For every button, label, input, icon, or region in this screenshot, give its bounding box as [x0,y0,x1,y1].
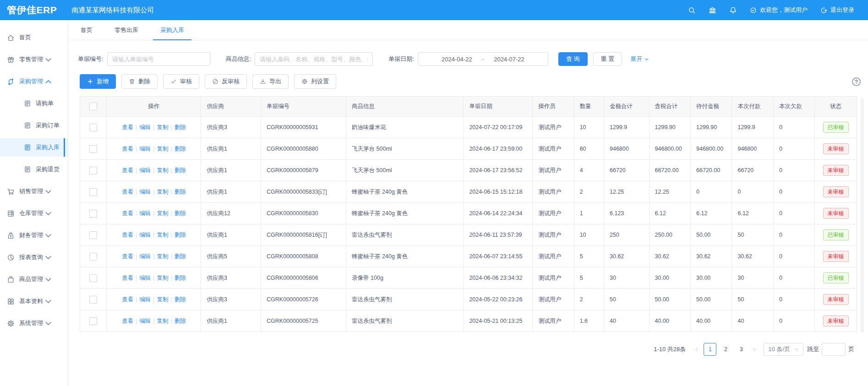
cell-tax_total: 30.62 [649,246,690,267]
row-checkbox[interactable] [89,145,97,153]
logout-button[interactable]: 退出登录 [820,6,854,14]
row-checkbox[interactable] [89,210,97,217]
sidebar-item-finance-mgmt[interactable]: 财务管理 [0,226,68,245]
action-copy[interactable]: 复制 [157,189,168,195]
action-view[interactable]: 查看 [122,210,133,217]
action-edit[interactable]: 编辑 [139,189,151,195]
prev-page-button[interactable] [694,347,699,352]
bell-icon[interactable] [729,6,737,14]
action-view[interactable]: 查看 [122,189,133,195]
unaudit-button[interactable]: 反审核 [205,74,247,89]
row-checkbox[interactable] [89,188,97,196]
action-edit[interactable]: 编辑 [139,232,151,238]
action-edit[interactable]: 编辑 [139,296,151,303]
sidebar-item-warehouse-mgmt[interactable]: 仓库管理 [0,204,68,223]
page-size-select[interactable]: 10 条/页 [764,343,803,356]
action-edit[interactable]: 编辑 [139,318,151,324]
action-view[interactable]: 查看 [122,296,133,303]
user-menu[interactable]: 欢迎您，测试用户 [750,6,808,14]
product-info-input[interactable] [255,52,373,66]
action-delete[interactable]: 删除 [175,146,186,152]
add-button[interactable]: 新增 [80,74,116,89]
tab-home[interactable]: 首页 [73,21,100,40]
row-checkbox[interactable] [89,124,97,131]
sidebar-item-purchase-mgmt[interactable]: 采购管理 [0,72,68,91]
search-icon[interactable] [688,6,696,14]
action-copy[interactable]: 复制 [157,146,168,152]
action-view[interactable]: 查看 [122,253,133,260]
action-view[interactable]: 查看 [122,232,133,238]
tab-retail-outbound[interactable]: 零售出库 [107,21,146,40]
cell-tax_total: 250.00 [649,224,690,246]
reset-button[interactable]: 重 置 [593,52,622,66]
action-copy[interactable]: 复制 [157,318,168,324]
action-delete[interactable]: 删除 [175,210,186,217]
row-checkbox[interactable] [89,274,97,282]
action-copy[interactable]: 复制 [157,124,168,130]
action-edit[interactable]: 编辑 [139,124,151,130]
table-scrollbar[interactable] [861,98,864,332]
action-view[interactable]: 查看 [122,146,133,152]
action-delete[interactable]: 删除 [175,124,186,130]
doc-icon [24,166,31,173]
sidebar-item-home[interactable]: 首页 [0,28,68,47]
row-checkbox[interactable] [89,231,97,239]
sidebar-item-report-query[interactable]: 报表查询 [0,248,68,266]
action-delete[interactable]: 删除 [175,275,186,281]
action-copy[interactable]: 复制 [157,167,168,174]
action-view[interactable]: 查看 [122,167,133,174]
row-checkbox[interactable] [89,317,97,325]
action-delete[interactable]: 删除 [175,296,186,303]
action-edit[interactable]: 编辑 [139,275,151,281]
action-delete[interactable]: 删除 [175,318,186,324]
sidebar-item-product-mgmt[interactable]: 商品管理 [0,270,68,288]
row-checkbox[interactable] [89,167,97,174]
action-copy[interactable]: 复制 [157,210,168,217]
page-1[interactable]: 1 [704,343,716,356]
action-edit[interactable]: 编辑 [139,210,151,217]
jump-page-input[interactable] [822,343,846,356]
action-delete[interactable]: 删除 [175,232,186,238]
doc-no-input[interactable] [107,52,210,66]
action-copy[interactable]: 复制 [157,275,168,281]
cell-owed: 0 [773,203,814,224]
page-3[interactable]: 3 [735,343,748,356]
sidebar-item-basic-data[interactable]: 基本资料 [0,292,68,310]
sidebar-item-system-mgmt[interactable]: 系统管理 [0,314,68,332]
next-page-button[interactable] [752,347,757,352]
action-view[interactable]: 查看 [122,318,133,324]
action-copy[interactable]: 复制 [157,232,168,238]
action-edit[interactable]: 编辑 [139,253,151,260]
action-view[interactable]: 查看 [122,124,133,130]
expand-link[interactable]: 展开 [630,55,649,63]
sidebar-subitem-purchase-request[interactable]: 请购单 [0,94,68,113]
table-row: 查看|编辑|复制|删除供应商12CGRK00000005830蜂蜜柚子茶 240… [80,203,857,224]
sidebar-item-retail-mgmt[interactable]: 零售管理 [0,50,68,69]
delete-button[interactable]: 删除 [121,74,158,89]
sidebar-item-sales-mgmt[interactable]: 销售管理 [0,182,68,201]
action-copy[interactable]: 复制 [157,253,168,260]
bank-icon[interactable] [709,6,716,14]
action-delete[interactable]: 删除 [175,167,186,174]
action-copy[interactable]: 复制 [157,296,168,303]
action-edit[interactable]: 编辑 [139,167,151,174]
row-checkbox[interactable] [89,296,97,304]
action-edit[interactable]: 编辑 [139,146,151,152]
date-range-input[interactable]: 2024-04-22 ~ 2024-07-22 [418,52,548,66]
sidebar-subitem-purchase-order[interactable]: 采购订单 [0,116,68,135]
audit-button[interactable]: 审核 [163,74,199,89]
export-button[interactable]: 导出 [252,74,289,89]
column-settings-button[interactable]: 列设置 [294,74,336,89]
help-button[interactable]: ? [852,77,861,86]
check-circle-icon [750,7,757,14]
action-delete[interactable]: 删除 [175,189,186,195]
page-2[interactable]: 2 [719,343,732,356]
select-all-checkbox[interactable] [89,103,97,110]
action-view[interactable]: 查看 [122,275,133,281]
sidebar-subitem-purchase-inbound[interactable]: 采购入库 [0,138,68,157]
search-button[interactable]: 查 询 [558,52,588,66]
row-checkbox[interactable] [89,253,97,261]
action-delete[interactable]: 删除 [175,253,186,260]
sidebar-subitem-purchase-return[interactable]: 采购退货 [0,160,68,179]
tab-purchase-inbound[interactable]: 采购入库 [153,21,191,40]
